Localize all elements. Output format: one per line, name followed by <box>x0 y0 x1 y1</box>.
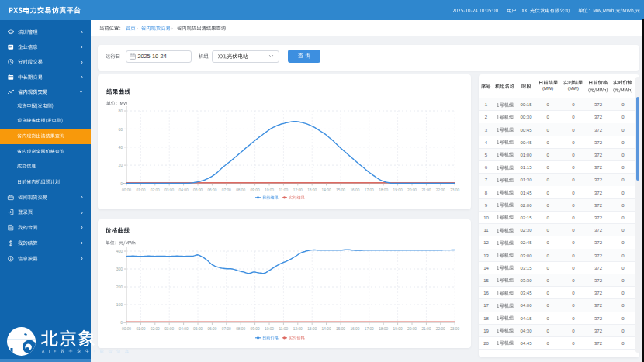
svg-text:14:00: 14:00 <box>322 327 331 331</box>
svg-text:07:00: 07:00 <box>222 188 231 192</box>
svg-text:11:00: 11:00 <box>279 188 289 192</box>
svg-text:10:00: 10:00 <box>265 327 274 331</box>
svg-text:15:00: 15:00 <box>336 327 345 331</box>
svg-text:20:00: 20:00 <box>407 327 417 331</box>
svg-text:20: 20 <box>118 163 123 167</box>
svg-text:18:00: 18:00 <box>379 327 388 331</box>
svg-text:300: 300 <box>116 267 123 271</box>
svg-text:23:00: 23:00 <box>450 327 459 331</box>
svg-text:17:00: 17:00 <box>365 327 374 331</box>
svg-text:07:00: 07:00 <box>222 327 231 331</box>
svg-text:05:00: 05:00 <box>193 188 203 192</box>
svg-text:04:00: 04:00 <box>179 188 189 192</box>
svg-text:03:00: 03:00 <box>164 188 174 192</box>
svg-text:16:00: 16:00 <box>350 327 359 331</box>
svg-text:12:00: 12:00 <box>293 188 303 192</box>
svg-text:80: 80 <box>118 109 123 113</box>
svg-text:0: 0 <box>120 320 123 325</box>
svg-text:02:00: 02:00 <box>151 188 160 192</box>
svg-text:100: 100 <box>116 302 123 307</box>
svg-text:400: 400 <box>116 249 123 253</box>
svg-text:20:00: 20:00 <box>407 188 417 192</box>
svg-text:09:00: 09:00 <box>251 327 260 331</box>
svg-text:03:00: 03:00 <box>164 327 174 331</box>
svg-text:14:00: 14:00 <box>322 188 331 192</box>
svg-text:13:00: 13:00 <box>307 327 317 331</box>
svg-text:13:00: 13:00 <box>307 188 317 192</box>
svg-text:40: 40 <box>118 145 123 150</box>
svg-text:01:00: 01:00 <box>136 188 145 192</box>
svg-text:00:00: 00:00 <box>122 188 131 192</box>
svg-text:06:00: 06:00 <box>207 188 216 192</box>
svg-text:21:00: 21:00 <box>421 188 431 192</box>
svg-text:18:00: 18:00 <box>379 188 388 192</box>
svg-text:01:00: 01:00 <box>136 327 145 331</box>
svg-text:21:00: 21:00 <box>421 327 431 331</box>
svg-text:23:00: 23:00 <box>450 188 459 192</box>
svg-text:19:00: 19:00 <box>393 188 403 192</box>
svg-text:22:00: 22:00 <box>436 327 445 331</box>
svg-text:02:00: 02:00 <box>151 327 160 331</box>
svg-text:08:00: 08:00 <box>236 188 245 192</box>
svg-text:16:00: 16:00 <box>350 188 359 192</box>
svg-text:0: 0 <box>120 181 123 186</box>
svg-text:22:00: 22:00 <box>436 188 445 192</box>
svg-text:200: 200 <box>116 284 123 289</box>
svg-text:11:00: 11:00 <box>279 327 289 331</box>
svg-text:15:00: 15:00 <box>336 188 345 192</box>
svg-text:05:00: 05:00 <box>193 327 203 331</box>
svg-text:19:00: 19:00 <box>393 327 403 331</box>
svg-text:08:00: 08:00 <box>236 327 245 331</box>
svg-text:10:00: 10:00 <box>265 188 274 192</box>
svg-text:06:00: 06:00 <box>207 327 216 331</box>
svg-text:60: 60 <box>118 127 123 132</box>
svg-text:04:00: 04:00 <box>179 327 189 331</box>
svg-text:12:00: 12:00 <box>293 327 303 331</box>
svg-text:17:00: 17:00 <box>365 188 374 192</box>
svg-text:09:00: 09:00 <box>251 188 260 192</box>
